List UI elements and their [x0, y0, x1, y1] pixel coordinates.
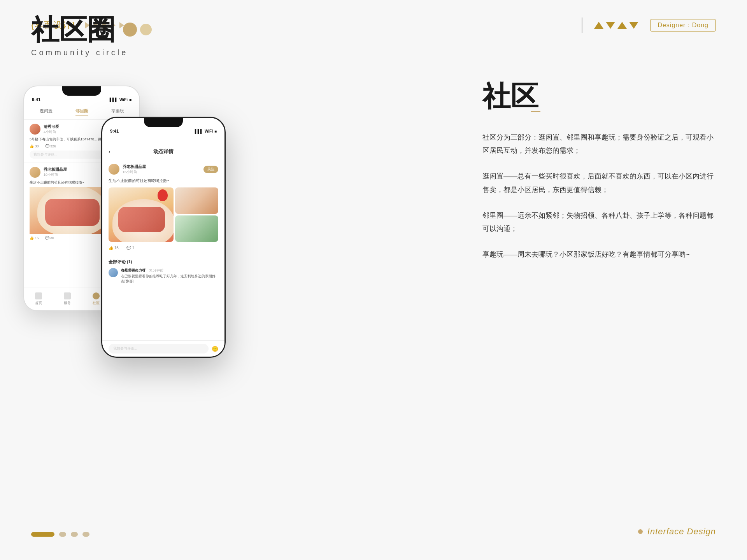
- bottom-dot-2: [59, 532, 66, 537]
- comments-title: 全部评论 (1): [109, 259, 218, 265]
- detail-user-info: 乔老板甜品屋 16小时前: [109, 164, 146, 175]
- post1-username: 清秀可爱: [44, 124, 59, 130]
- post1-avatar: [30, 124, 40, 135]
- follow-button[interactable]: 关注: [203, 166, 218, 173]
- fg-signal-icon: ▌▌▌: [195, 129, 203, 133]
- title-underline: [531, 111, 540, 112]
- detail-side-images: [175, 187, 218, 242]
- triangle-down-icon-2: [629, 22, 638, 29]
- detail-user-text: 乔老板甜品屋 16小时前: [123, 164, 146, 175]
- phone-fg-status-icons: ▌▌▌ WiFi ■: [195, 129, 217, 133]
- detail-main-image: [109, 187, 174, 242]
- interface-design-label: Interface Design: [647, 527, 716, 537]
- desc-text-2: 逛闲置——总有一些买时很喜欢，后面就不喜欢的东西，可以在小区内进行售卖，都是小区…: [482, 172, 714, 193]
- comment-emoji[interactable]: 🙂: [212, 346, 218, 352]
- detail-header: ‹ 动态详情: [102, 136, 224, 159]
- triangle-up-icon-2: [617, 22, 627, 29]
- community-icon: [93, 292, 100, 299]
- post2-user-info: 乔老板甜品屋 10小时前: [44, 167, 67, 177]
- triangle-down-icon-1: [606, 22, 615, 29]
- bottom-right-label: Interface Design: [638, 527, 716, 537]
- nav-service-label: 服务: [64, 301, 71, 306]
- comment-input[interactable]: 我想参与评论...: [109, 344, 209, 354]
- nav-service[interactable]: 服务: [64, 292, 71, 306]
- bottom-dot-4: [82, 532, 89, 537]
- service-icon: [64, 292, 71, 299]
- detail-image-grid: [109, 187, 218, 242]
- phone-bg-status-icons: ▌▌▌ WiFi ■: [110, 98, 132, 102]
- detail-likes[interactable]: 👍 15: [109, 246, 119, 250]
- comment-username: 都是需要努力呀 31分钟前: [121, 268, 218, 273]
- comment-item-1: 都是需要努力呀 31分钟前 在巴黎就里看着你的推荐吃了好几年，送安利给身边的亲朋…: [109, 268, 218, 284]
- designer-badge: Designer : Dong: [650, 19, 716, 32]
- nav-home-label: 首页: [35, 301, 42, 306]
- comment-content: 都是需要努力呀 31分钟前 在巴黎就里看着你的推荐吃了好几年，送安利给身边的亲朋…: [121, 268, 218, 284]
- detail-time: 16小时前: [123, 170, 146, 175]
- title-text: 社区圈: [31, 16, 115, 44]
- comment-avatar: [109, 268, 118, 277]
- section-title: 社区: [482, 78, 538, 115]
- detail-comments[interactable]: 💬 1: [126, 246, 134, 250]
- bottom-bar: [31, 532, 89, 537]
- bottom-dot-3: [71, 532, 78, 537]
- tab-xiangyuwan[interactable]: 享趣玩: [111, 108, 124, 116]
- tab-wanxianzhi[interactable]: 逛闲置: [40, 108, 53, 116]
- triangle-up-icon-1: [594, 22, 603, 29]
- right-content: 社区 社区分为三部分：逛闲置、邻里圈和享趣玩；需要身份验证之后，可观看小区居民互…: [482, 78, 716, 273]
- detail-post-text: 生活不止眼前的苟且还有吃喝拉撒~: [109, 178, 218, 184]
- dot-small: [140, 24, 152, 35]
- bullet-dot: [638, 529, 643, 534]
- fg-battery-icon: ■: [214, 129, 217, 133]
- title-section: 社区圈 Community circle: [31, 16, 152, 57]
- battery-icon: ■: [129, 98, 132, 102]
- desc-block-4: 享趣玩——周末去哪玩？小区那家饭店好吃？有趣事情都可分享哟~: [482, 248, 716, 261]
- dot-large: [123, 23, 137, 37]
- fg-wifi-icon: WiFi: [205, 129, 213, 133]
- comments-section: 全部评论 (1) 都是需要努力呀 31分钟前 在巴黎就里看着你的推荐吃了好几年，…: [102, 255, 224, 290]
- home-icon: [35, 292, 42, 299]
- comment-text: 在巴黎就里看着你的推荐吃了好几年，送安利给身边的亲朋好友[惊喜]: [121, 274, 218, 284]
- post2-likes[interactable]: 👍 15: [30, 236, 39, 240]
- desc-text-3: 邻里圈——远亲不如紧邻；失物招领、各种八卦、孩子上学等，各种问题都可以沟通；: [482, 212, 714, 233]
- phone-bg-time: 9:41: [32, 97, 40, 102]
- comment-input-bar: 我想参与评论... 🙂: [102, 340, 224, 357]
- comment-time: 31分钟前: [149, 268, 163, 272]
- desc-text-1: 社区分为三部分：逛闲置、邻里圈和享趣玩；需要身份验证之后，可观看小区居民互动，并…: [482, 133, 714, 154]
- back-button[interactable]: ‹: [109, 149, 110, 155]
- header-right: Designer : Dong: [582, 18, 716, 33]
- detail-side-image-2: [175, 215, 218, 242]
- post2-avatar: [30, 167, 40, 178]
- post1-comments[interactable]: 💬 326: [45, 144, 56, 148]
- nav-community[interactable]: 社区: [93, 292, 100, 306]
- page-title-chinese: 社区圈: [31, 16, 152, 44]
- comment-user-name: 都是需要努力呀: [121, 268, 146, 272]
- post1-user-info: 清秀可爱 4小时前: [44, 124, 59, 135]
- post1-time: 4小时前: [44, 130, 59, 135]
- nav-home[interactable]: 首页: [35, 292, 42, 306]
- signal-icon: ▌▌▌: [110, 98, 118, 102]
- post2-comments[interactable]: 💬 30: [45, 236, 54, 240]
- desc-block-2: 逛闲置——总有一些买时很喜欢，后面就不喜欢的东西，可以在小区内进行售卖，都是小区…: [482, 170, 716, 196]
- detail-page-title: 动态详情: [153, 148, 174, 155]
- header-divider: [582, 18, 582, 33]
- phone-fg-notch: [144, 118, 183, 127]
- bottom-dot-active: [31, 532, 54, 537]
- detail-post-header: 乔老板甜品屋 16小时前 关注: [109, 164, 218, 175]
- phone-fg-time: 9:41: [110, 129, 119, 133]
- post1-likes[interactable]: 👍 30: [30, 144, 39, 148]
- detail-post: 乔老板甜品屋 16小时前 关注 生活不止眼前的苟且还有吃喝拉撒~: [102, 159, 224, 255]
- desc-block-3: 邻里圈——远亲不如紧邻；失物招领、各种八卦、孩子上学等，各种问题都可以沟通；: [482, 209, 716, 235]
- title-dots: [123, 23, 152, 37]
- section-title-text: 社区: [482, 80, 538, 112]
- detail-avatar: [109, 164, 119, 175]
- tab-linglijuan[interactable]: 邻里圈: [75, 108, 88, 116]
- phone-foreground: 9:41 ▌▌▌ WiFi ■ ‹ 动态详情 乔老板甜品屋 16小时前: [101, 117, 226, 358]
- detail-side-image-1: [175, 187, 218, 214]
- phones-area: 9:41 ▌▌▌ WiFi ■ 逛闲置 邻里圈 享趣玩 清秀可爱 4小时前 5号…: [23, 86, 265, 358]
- desc-block-1: 社区分为三部分：逛闲置、邻里圈和享趣玩；需要身份验证之后，可观看小区居民互动，并…: [482, 131, 716, 157]
- detail-username: 乔老板甜品屋: [123, 164, 146, 170]
- page-title-english: Community circle: [31, 48, 152, 57]
- desc-text-4: 享趣玩——周末去哪玩？小区那家饭店好吃？有趣事情都可分享哟~: [482, 250, 690, 258]
- post2-username: 乔老板甜品屋: [44, 167, 67, 172]
- nav-community-label: 社区: [93, 301, 100, 306]
